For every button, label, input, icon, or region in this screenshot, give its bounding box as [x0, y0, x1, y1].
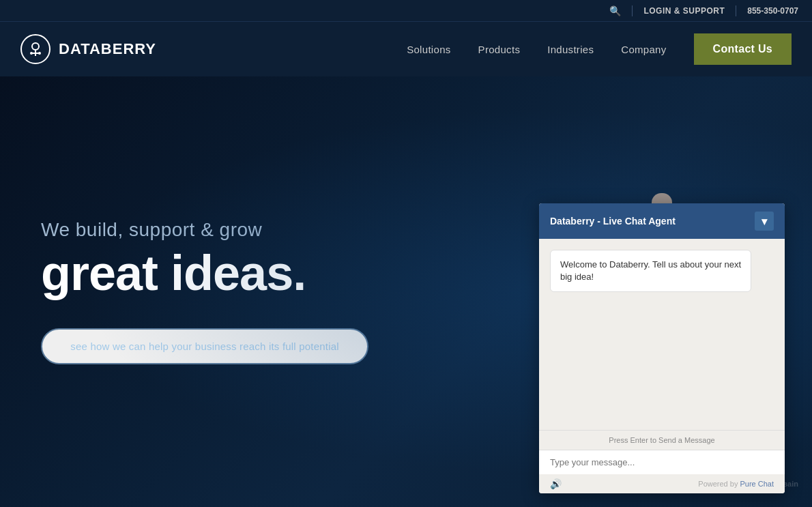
chat-welcome-bubble: Welcome to Databerry. Tell us about your… [550, 250, 751, 292]
logo[interactable]: DATABERRY [20, 34, 156, 64]
chat-title: Databerry - Live Chat Agent [550, 216, 676, 227]
chat-widget: Databerry - Live Chat Agent ▾ Welcome to… [539, 203, 785, 493]
chat-bottom-bar: 🔊 Powered by Pure Chat [539, 474, 785, 493]
logo-icon [20, 34, 50, 64]
chat-input[interactable] [550, 457, 774, 467]
utility-divider-2 [736, 5, 736, 16]
chevron-down-icon: ▾ [762, 215, 767, 228]
sound-icon[interactable]: 🔊 [550, 478, 562, 489]
hero-cta-button[interactable]: see how we can help your business reach … [41, 328, 368, 364]
login-support-link[interactable]: LOGIN & SUPPORT [643, 6, 725, 16]
chat-send-hint: Press Enter to Send a Message [539, 430, 785, 450]
chat-body: Welcome to Databerry. Tell us about your… [539, 239, 785, 430]
svg-point-3 [30, 52, 33, 55]
nav-company[interactable]: Company [621, 44, 666, 55]
search-icon[interactable]: 🔍 [609, 5, 621, 16]
utility-divider [632, 5, 633, 16]
chat-powered: Powered by Pure Chat [698, 480, 774, 488]
phone-number: 855-350-0707 [747, 6, 798, 16]
chat-minimize-button[interactable]: ▾ [755, 212, 774, 231]
chat-header: Databerry - Live Chat Agent ▾ [539, 203, 785, 239]
logo-text: DATABERRY [59, 40, 156, 58]
nav-products[interactable]: Products [478, 44, 521, 55]
main-nav: DATABERRY Solutions Products Industries … [0, 22, 812, 76]
chat-input-area [539, 450, 785, 474]
svg-point-0 [32, 43, 39, 50]
hero-section: We build, support & grow great ideas. se… [0, 76, 812, 507]
chat-spacer [550, 300, 774, 419]
nav-solutions[interactable]: Solutions [407, 44, 450, 55]
utility-bar: 🔍 LOGIN & SUPPORT 855-350-0707 [0, 0, 812, 22]
svg-point-4 [38, 52, 41, 55]
contact-us-button[interactable]: Contact Us [694, 33, 792, 65]
nav-industries[interactable]: Industries [547, 44, 594, 55]
nav-links: Solutions Products Industries Company Co… [407, 33, 792, 65]
pure-chat-link[interactable]: Pure Chat [740, 480, 774, 488]
